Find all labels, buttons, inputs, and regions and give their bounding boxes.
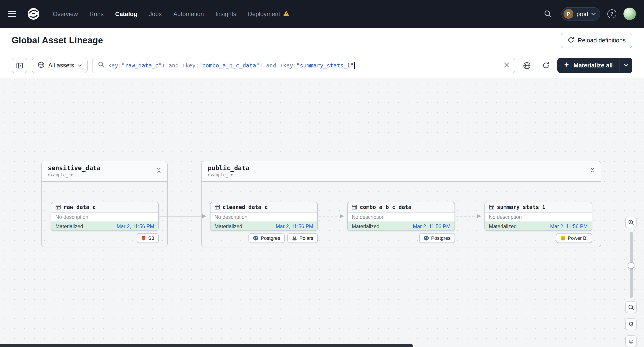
asset-description: No description	[485, 213, 592, 222]
refresh-button[interactable]	[538, 58, 553, 72]
tag-polars[interactable]: Polars	[287, 233, 318, 243]
asset-name-row: cleaned_data_c	[210, 202, 317, 213]
group-header-text: public_data example_co	[208, 164, 249, 177]
graph-view-globe-button[interactable]	[520, 58, 534, 72]
materialize-options-button[interactable]	[619, 58, 632, 73]
search-icon[interactable]	[542, 7, 554, 20]
search-icon	[98, 61, 104, 70]
asset-scope-dropdown[interactable]: All assets	[32, 58, 88, 73]
materialize-all-label: Materialize all	[574, 62, 613, 69]
zoom-slider-knob[interactable]	[628, 262, 634, 269]
tag-postgres[interactable]: Postgres	[249, 233, 285, 243]
reload-icon	[567, 36, 574, 44]
tag-label: Postgres	[431, 235, 450, 241]
zoom-in-button[interactable]	[625, 217, 637, 228]
asset-node-combo_a_b_c_data[interactable]: combo_a_b_c_data No description Material…	[347, 202, 455, 231]
nav-item-insights[interactable]: Insights	[216, 10, 236, 17]
asset-description: No description	[348, 213, 454, 222]
app-root: Overview Runs Catalog Jobs Automation In…	[0, 0, 644, 347]
deployment-avatar: P	[564, 9, 574, 19]
tag-s3[interactable]: S3	[136, 233, 159, 243]
asset-name: raw_data_c	[64, 204, 96, 210]
asset-status-row: Materialized Mar 2, 11:56 PM	[485, 222, 592, 230]
chevron-down-icon	[78, 64, 82, 67]
nav-links: Overview Runs Catalog Jobs Automation In…	[53, 10, 290, 18]
nav-item-deployment-label: Deployment	[248, 10, 280, 17]
collapse-group-icon[interactable]	[590, 167, 595, 175]
feedback-button[interactable]: ☺	[625, 336, 637, 347]
zoom-slider[interactable]	[625, 232, 637, 298]
asset-query-input[interactable]: key:"raw_data_c"+ and +key:"combo_a_b_c_…	[92, 58, 516, 73]
asset-status-row: Materialized Mar 2, 11:56 PM	[210, 222, 317, 230]
table-icon	[214, 205, 220, 210]
lineage-toolbar: All assets key:"raw_data_c"+ and +key:"c…	[0, 53, 644, 78]
collapse-group-icon[interactable]	[156, 167, 162, 175]
reload-definitions-button[interactable]: Reload definitions	[561, 32, 632, 48]
materialization-timestamp[interactable]: Mar 2, 11:56 PM	[413, 224, 450, 229]
toggle-left-panel-button[interactable]	[12, 58, 27, 73]
nav-item-runs[interactable]: Runs	[90, 10, 104, 17]
nav-item-jobs[interactable]: Jobs	[149, 10, 162, 17]
polars-icon	[292, 236, 297, 241]
postgres-icon	[253, 235, 258, 241]
nav-item-deployment[interactable]: Deployment	[248, 10, 290, 18]
materialize-all-button[interactable]: Materialize all	[557, 58, 619, 73]
group-title: sensitive_data	[48, 164, 100, 172]
materialize-all-split-button: Materialize all	[557, 58, 632, 73]
materialization-timestamp[interactable]: Mar 2, 11:56 PM	[117, 224, 154, 229]
powerbi-icon	[561, 236, 566, 241]
table-icon	[489, 205, 494, 210]
tag-label: Power BI	[568, 235, 588, 241]
asset-node-cleaned_data_c[interactable]: cleaned_data_c No description Materializ…	[210, 202, 318, 231]
top-nav: Overview Runs Catalog Jobs Automation In…	[0, 0, 644, 28]
smiley-icon: ☺	[628, 338, 634, 345]
help-icon[interactable]: ?	[607, 9, 616, 18]
materialized-status: Materialized	[352, 224, 380, 229]
materialization-timestamp[interactable]: Mar 2, 11:56 PM	[276, 224, 313, 229]
deployment-name: prod	[576, 10, 588, 17]
text-cursor	[354, 62, 354, 69]
materialization-timestamp[interactable]: Mar 2, 11:56 PM	[550, 224, 588, 229]
asset-name-row: raw_data_c	[52, 202, 158, 213]
globe-icon	[38, 61, 45, 70]
tag-label: S3	[148, 235, 154, 241]
page-header: Global Asset Lineage Reload definitions	[0, 28, 644, 53]
horizontal-scrollbar-thumb[interactable]	[0, 344, 413, 347]
asset-node-summary_stats_1[interactable]: summary_stats_1 No description Materiali…	[484, 202, 592, 231]
gear-icon: ⚙	[628, 321, 634, 328]
asset-tags-cleaned_data_c: Postgres Polars	[210, 233, 318, 243]
asset-name-row: summary_stats_1	[485, 202, 592, 213]
graph-settings-button[interactable]: ⚙	[625, 319, 637, 330]
user-avatar[interactable]	[624, 7, 636, 20]
asset-description: No description	[52, 213, 158, 222]
nav-item-catalog[interactable]: Catalog	[115, 10, 138, 17]
materialized-status: Materialized	[214, 224, 242, 229]
asset-tags-combo_a_b_c_data: Postgres	[347, 233, 455, 243]
nav-item-overview[interactable]: Overview	[53, 10, 78, 17]
asset-node-raw_data_c[interactable]: raw_data_c No description Materialized M…	[51, 202, 159, 231]
group-header-text: sensitive_data example_co	[48, 164, 100, 177]
tag-power-bi[interactable]: Power BI	[556, 233, 592, 243]
deployment-switcher[interactable]: P prod	[561, 7, 600, 20]
materialized-status: Materialized	[489, 224, 517, 229]
query-text: key:"raw_data_c"+ and +key:"combo_a_b_c_…	[108, 62, 500, 69]
lineage-canvas[interactable]: sensitive_data example_co public_data ex…	[0, 78, 644, 347]
group-title: public_data	[208, 164, 249, 172]
asset-name: cleaned_data_c	[222, 204, 268, 210]
tag-label: Polars	[300, 235, 313, 241]
asset-status-row: Materialized Mar 2, 11:56 PM	[348, 222, 454, 230]
group-header: public_data example_co	[202, 161, 601, 182]
asset-tags-summary_stats_1: Power BI	[484, 233, 592, 243]
nav-item-automation[interactable]: Automation	[174, 10, 204, 17]
postgres-icon	[424, 235, 429, 241]
hamburger-menu-icon[interactable]	[8, 8, 19, 19]
tag-label: Postgres	[261, 235, 280, 241]
dagster-logo[interactable]	[25, 5, 42, 22]
tag-postgres[interactable]: Postgres	[419, 233, 455, 243]
asset-name-row: combo_a_b_c_data	[348, 202, 454, 213]
zoom-out-button[interactable]	[625, 302, 637, 313]
nav-right-cluster: P prod ?	[542, 7, 636, 20]
chevron-down-icon	[591, 12, 596, 15]
asset-scope-label: All assets	[48, 62, 74, 69]
clear-query-icon[interactable]	[504, 61, 510, 69]
